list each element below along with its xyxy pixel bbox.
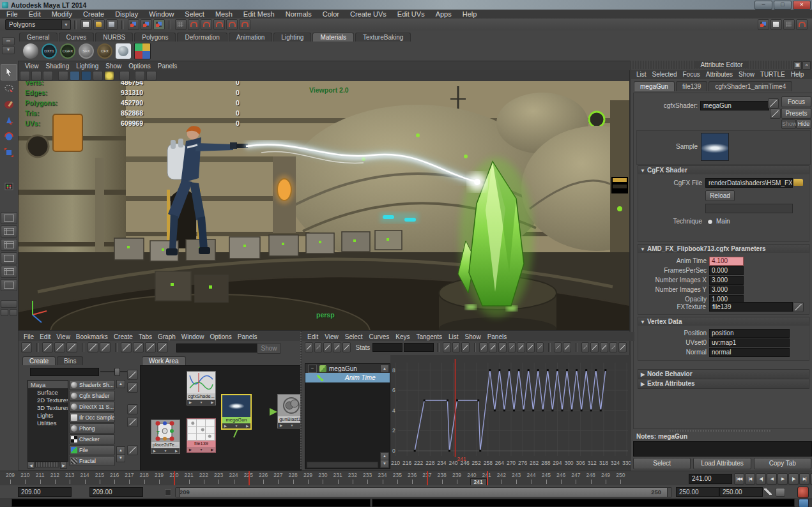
input-connections-icon[interactable]: [133, 342, 144, 352]
playback-end-field[interactable]: 250.00: [676, 487, 719, 497]
menu-item[interactable]: Select: [185, 10, 204, 18]
technique-radio[interactable]: [707, 219, 713, 225]
menu-item[interactable]: Normals: [286, 10, 312, 18]
select-tool[interactable]: [1, 64, 17, 80]
graph-editor-menu-item[interactable]: Edit: [307, 333, 318, 340]
playback-button[interactable]: |▶: [788, 473, 799, 485]
node-controls[interactable]: ▶▼▶: [222, 423, 250, 428]
cgfx-file-field[interactable]: renderData\shaders\HSM_FX.cgfx: [705, 178, 793, 188]
playback-button[interactable]: ◀: [767, 473, 777, 485]
lighting-toggle-icon[interactable]: [104, 71, 114, 80]
shelf-tab[interactable]: TextureBaking: [355, 33, 411, 42]
material-sample-swatch[interactable]: [701, 133, 729, 161]
shelf-tab[interactable]: Polygons: [134, 33, 176, 42]
menu-item[interactable]: Help: [463, 10, 477, 18]
hypershade-search-field[interactable]: [176, 344, 258, 352]
last-tool-icon[interactable]: [1, 179, 17, 195]
hypershade-menu-item[interactable]: Graph: [158, 333, 176, 340]
move-tool[interactable]: [1, 113, 17, 128]
plateau-tangents-icon[interactable]: [536, 342, 544, 352]
stats-time-field[interactable]: [372, 343, 402, 352]
time-slider[interactable]: 2092102112122132142152162172182192202212…: [0, 471, 812, 486]
menu-item[interactable]: Mesh: [215, 10, 233, 18]
make-live-icon[interactable]: [239, 19, 250, 30]
show-both-tabs-icon[interactable]: [66, 342, 77, 352]
current-frame-marker[interactable]: [487, 471, 488, 486]
new-scene-icon[interactable]: [80, 19, 92, 30]
buffer-curve-snapshot-icon[interactable]: [554, 342, 562, 352]
frame-all-icon[interactable]: [443, 342, 451, 352]
tree-item[interactable]: Lights: [28, 411, 68, 419]
render-view-icon[interactable]: [758, 19, 769, 30]
insert-keys-icon[interactable]: [314, 342, 323, 352]
animation-start-field[interactable]: 209.00: [18, 487, 72, 497]
collapsed-section-header[interactable]: ▶Node Behavior: [638, 369, 809, 379]
range-right-handle[interactable]: [667, 488, 671, 497]
ae-menu-item[interactable]: Selected: [652, 71, 677, 78]
auto-tangents-icon[interactable]: [479, 342, 487, 352]
create-node-button[interactable]: DirectX 11 S...: [69, 402, 115, 412]
layout-four-pane-button[interactable]: [1, 225, 17, 238]
vertex-data-field[interactable]: position: [709, 329, 790, 338]
browse-folder-icon[interactable]: [793, 179, 803, 186]
render-settings-icon[interactable]: [796, 19, 808, 30]
auto-keyframe-icon[interactable]: [764, 488, 772, 495]
step-tangents-icon[interactable]: [526, 342, 535, 352]
shelf-tab[interactable]: Lighting: [273, 33, 311, 42]
footer-button[interactable]: Select: [633, 458, 691, 469]
hypershade-menu-item[interactable]: Options: [210, 333, 231, 340]
animation-preferences-icon[interactable]: [797, 487, 809, 498]
hypershade-menu-item[interactable]: Window: [181, 333, 204, 340]
create-node-button[interactable]: Cgfx Shader: [69, 391, 115, 401]
layout-persp-graph-button[interactable]: [1, 266, 17, 278]
slider-handle[interactable]: [114, 368, 120, 376]
grid-toggle-icon[interactable]: [58, 71, 68, 80]
node-cgfxshader[interactable]: cgfxShade... ▶▼▶: [187, 371, 216, 405]
menu-item[interactable]: Apps: [436, 10, 452, 18]
dxt1-material-icon[interactable]: DXT1: [42, 43, 57, 59]
render-current-frame-icon[interactable]: [770, 19, 782, 30]
shelf-tab[interactable]: Materials: [312, 33, 354, 42]
layout-persp-outliner-button[interactable]: [1, 252, 17, 264]
camera-attributes-icon[interactable]: [43, 71, 53, 80]
open-scene-icon[interactable]: [93, 19, 105, 30]
snap-to-view-planes-icon[interactable]: [226, 19, 238, 30]
ipr-render-icon[interactable]: [783, 19, 795, 30]
menu-item[interactable]: File: [6, 10, 18, 18]
tree-item[interactable]: Maya: [28, 381, 68, 388]
shelf-tab[interactable]: Curves: [59, 33, 95, 42]
ae-menu-item[interactable]: Attributes: [706, 71, 733, 78]
file-texture-icon[interactable]: [116, 43, 131, 59]
graph-editor-menu-item[interactable]: Tangents: [416, 333, 442, 340]
viewport-menu-item[interactable]: Shading: [46, 63, 70, 70]
list-scroll-up[interactable]: ▲: [116, 380, 125, 388]
playback-button[interactable]: ▶: [778, 473, 788, 485]
output-connection-icon[interactable]: [770, 109, 781, 119]
tree-hscroll[interactable]: ◀ ▶: [27, 462, 67, 467]
select-camera-icon[interactable]: [20, 71, 30, 80]
menu-item[interactable]: Edit Mesh: [243, 10, 275, 18]
maximize-button[interactable]: □: [774, 1, 792, 10]
mute-icon[interactable]: [776, 488, 785, 497]
minimize-button[interactable]: –: [755, 1, 772, 10]
ae-menu-item[interactable]: Focus: [682, 71, 700, 78]
lock-camera-icon[interactable]: [31, 71, 42, 80]
shelf-tab[interactable]: General: [19, 33, 57, 42]
create-node-button[interactable]: Shaderfx Sh...: [69, 380, 115, 390]
resolution-gate-icon[interactable]: [81, 71, 91, 80]
reload-button[interactable]: Reload: [705, 190, 735, 201]
spline-tangents-icon[interactable]: [489, 342, 497, 352]
hypershade-menu-item[interactable]: Create: [114, 333, 133, 340]
script-editor-icon[interactable]: [799, 499, 809, 507]
menu-item[interactable]: Modify: [52, 10, 72, 18]
region-tool-icon[interactable]: [333, 342, 341, 352]
snap-to-curves-icon[interactable]: [188, 19, 199, 30]
retime-tool-icon[interactable]: [342, 342, 351, 352]
fxtexture-field[interactable]: file139: [709, 302, 793, 312]
show-bottom-tabs-icon[interactable]: [54, 342, 65, 352]
shaderfx-material-icon[interactable]: SFX: [79, 43, 94, 59]
select-by-component-icon[interactable]: [153, 19, 165, 30]
layout-misc-button[interactable]: [1, 300, 17, 308]
outliner-scroll-up[interactable]: ▲: [380, 365, 389, 373]
lasso-select-tool[interactable]: [1, 81, 17, 96]
